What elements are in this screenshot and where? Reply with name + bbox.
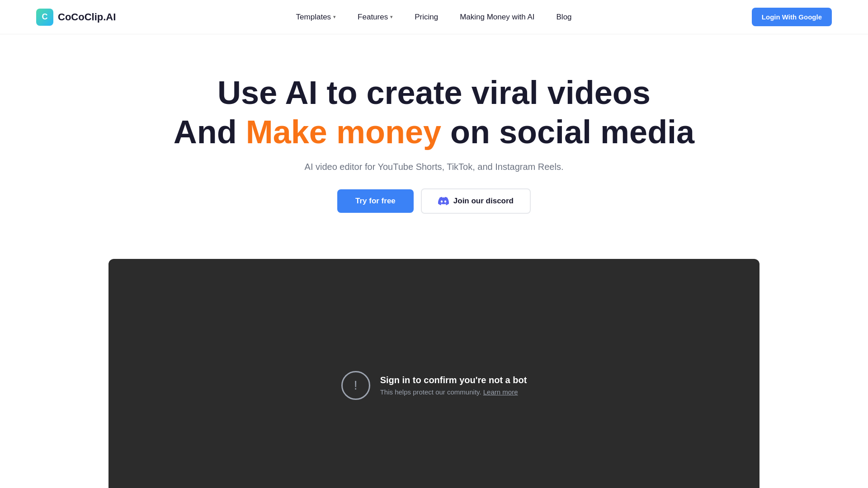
brand-name: CoCoClip.AI (58, 11, 116, 23)
hero-title-line1: Use AI to create viral videos (18, 75, 850, 111)
nav-item-features[interactable]: Features ▾ (358, 13, 393, 22)
nav-item-templates[interactable]: Templates ▾ (296, 13, 336, 22)
chevron-down-icon: ▾ (390, 14, 393, 20)
logo-icon: C (36, 9, 53, 26)
hero-title-line2: And Make money on social media (18, 113, 850, 151)
nav-item-pricing[interactable]: Pricing (415, 13, 438, 22)
hero-buttons: Try for free Join our discord (18, 188, 850, 214)
bot-warning: ! Sign in to confirm you're not a bot Th… (323, 344, 545, 427)
discord-button[interactable]: Join our discord (421, 188, 531, 214)
learn-more-link[interactable]: Learn more (483, 388, 518, 396)
chevron-down-icon: ▾ (333, 14, 336, 20)
hero-title: Use AI to create viral videos And Make m… (18, 75, 850, 152)
login-button[interactable]: Login With Google (752, 8, 832, 26)
video-embed-area: ! Sign in to confirm you're not a bot Th… (108, 259, 760, 488)
bot-warning-title: Sign in to confirm you're not a bot (380, 375, 527, 385)
hero-subtitle: AI video editor for YouTube Shorts, TikT… (18, 162, 850, 172)
video-section: ! Sign in to confirm you're not a bot Th… (108, 259, 760, 488)
bot-warning-text: This helps protect our community. (380, 388, 481, 396)
navbar: C CoCoClip.AI Templates ▾ Features ▾ Pri… (0, 0, 868, 34)
hero-highlight: Make money (246, 114, 441, 150)
hero-section: Use AI to create viral videos And Make m… (0, 34, 868, 241)
nav-links: Templates ▾ Features ▾ Pricing Making Mo… (296, 13, 572, 22)
try-free-button[interactable]: Try for free (337, 189, 414, 213)
logo-link[interactable]: C CoCoClip.AI (36, 9, 116, 26)
nav-item-blog[interactable]: Blog (557, 13, 572, 22)
nav-item-making-money[interactable]: Making Money with AI (460, 13, 534, 22)
discord-icon (438, 196, 449, 206)
warning-icon: ! (341, 371, 370, 400)
